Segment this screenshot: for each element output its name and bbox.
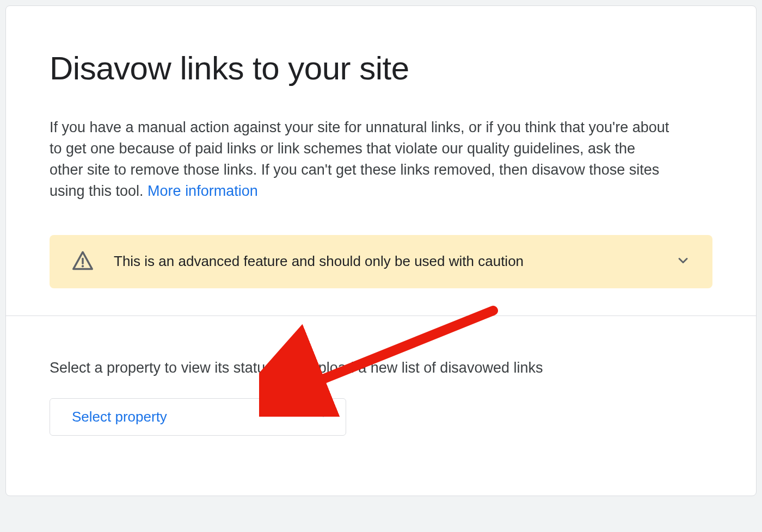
page-title: Disavow links to your site (50, 50, 712, 87)
dropdown-label: Select property (72, 409, 167, 425)
property-instruction: Select a property to view its status or … (50, 360, 712, 376)
disavow-card: Disavow links to your site If you have a… (5, 5, 757, 496)
description-body: If you have a manual action against your… (50, 119, 669, 199)
svg-point-1 (82, 265, 84, 267)
more-information-link[interactable]: More information (148, 183, 258, 199)
upper-section: Disavow links to your site If you have a… (6, 6, 756, 316)
caret-down-icon (317, 410, 329, 424)
select-property-dropdown[interactable]: Select property (50, 398, 346, 436)
description-text: If you have a manual action against your… (50, 117, 670, 202)
chevron-down-icon (675, 253, 691, 270)
warning-text: This is an advanced feature and should o… (114, 253, 656, 270)
warning-triangle-icon (71, 250, 94, 273)
warning-banner[interactable]: This is an advanced feature and should o… (50, 235, 712, 288)
lower-section: Select a property to view its status or … (6, 316, 756, 496)
